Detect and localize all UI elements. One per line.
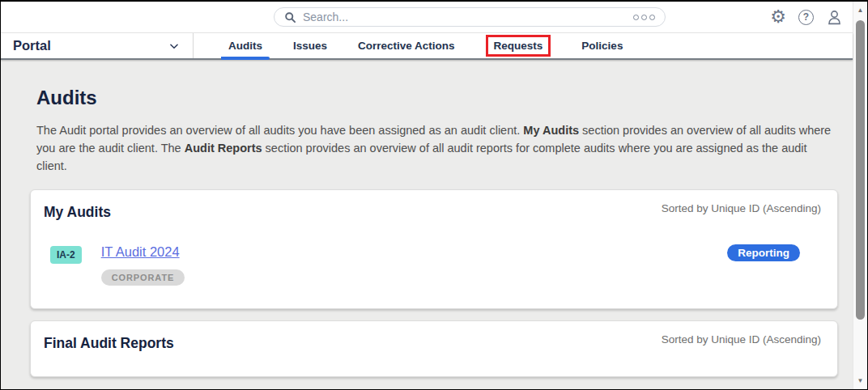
- my-audits-sort-label: Sorted by Unique ID (Ascending): [662, 202, 821, 214]
- app-window: Search... ⚙ ? Portal: [0, 0, 868, 390]
- nav-divider: [193, 33, 194, 58]
- audit-id-badge: IA-2: [50, 246, 82, 264]
- search-icon: [284, 11, 296, 23]
- active-tab-underline: [221, 57, 270, 60]
- scroll-down-icon[interactable]: ▼: [853, 377, 867, 384]
- intro-text: The Audit portal provides an overview of…: [36, 121, 832, 175]
- tab-requests[interactable]: Requests: [470, 33, 567, 58]
- nav-bar: Portal Audits Issues Corrective Actions: [1, 33, 853, 60]
- portal-dropdown[interactable]: Portal: [1, 33, 193, 58]
- search-input[interactable]: Search...: [274, 7, 666, 27]
- audit-row: IA-2 IT Audit 2024 CORPORATE Reporting: [44, 244, 821, 286]
- tab-audits[interactable]: Audits: [213, 33, 278, 58]
- audit-tag: CORPORATE: [101, 269, 185, 286]
- final-reports-title: Final Audit Reports: [44, 335, 174, 352]
- my-audits-title: My Audits: [44, 204, 111, 221]
- requests-highlight-box: Requests: [486, 35, 551, 57]
- my-audits-card: My Audits Sorted by Unique ID (Ascending…: [30, 189, 838, 309]
- main-column: Search... ⚙ ? Portal: [1, 2, 853, 389]
- audit-details: IT Audit 2024 CORPORATE: [101, 244, 185, 286]
- final-reports-card-header: Final Audit Reports Sorted by Unique ID …: [44, 335, 821, 352]
- tab-policies[interactable]: Policies: [566, 33, 638, 58]
- topbar-icon-group: ⚙ ?: [770, 8, 843, 26]
- tab-corrective-actions[interactable]: Corrective Actions: [343, 33, 470, 58]
- final-reports-sort-label: Sorted by Unique ID (Ascending): [662, 333, 821, 345]
- gear-icon[interactable]: ⚙: [770, 8, 786, 26]
- tab-issues[interactable]: Issues: [278, 33, 343, 58]
- scrollbar-thumb[interactable]: [856, 20, 865, 320]
- chevron-down-icon: [168, 40, 180, 52]
- user-icon[interactable]: [826, 9, 843, 26]
- more-options-icon[interactable]: [633, 15, 655, 20]
- help-icon[interactable]: ?: [798, 10, 814, 25]
- audit-link[interactable]: IT Audit 2024: [101, 244, 180, 260]
- my-audits-card-header: My Audits Sorted by Unique ID (Ascending…: [44, 204, 821, 221]
- portal-dropdown-label: Portal: [13, 38, 168, 53]
- search-placeholder: Search...: [303, 11, 633, 23]
- final-audit-reports-card: Final Audit Reports Sorted by Unique ID …: [30, 320, 838, 377]
- scrollbar[interactable]: ▲ ▼: [853, 2, 867, 389]
- top-bar: Search... ⚙ ?: [1, 2, 853, 33]
- status-badge: Reporting: [727, 244, 800, 261]
- scroll-up-icon[interactable]: ▲: [853, 6, 867, 14]
- page-title: Audits: [36, 87, 838, 109]
- page-content: Audits The Audit portal provides an over…: [1, 60, 853, 389]
- tab-list: Audits Issues Corrective Actions Request…: [213, 33, 638, 58]
